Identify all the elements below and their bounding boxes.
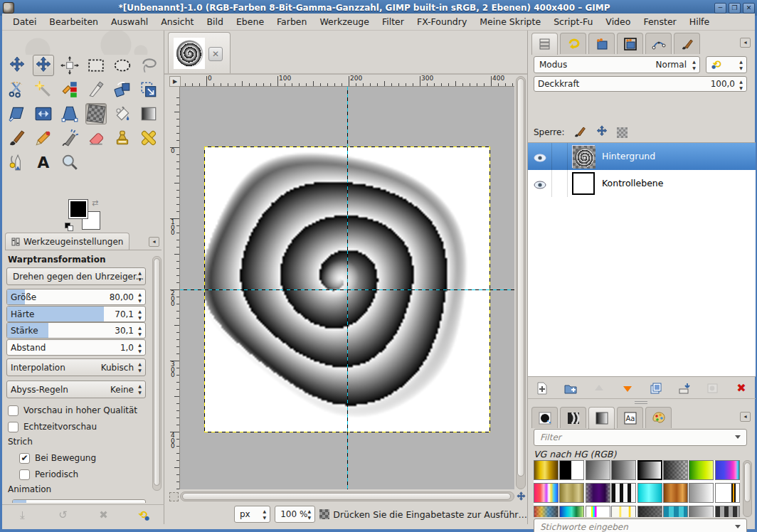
pan-view-icon[interactable]	[516, 491, 526, 502]
shear-tool[interactable]	[6, 103, 28, 124]
menu-werkzeuge[interactable]: Werkzeuge	[313, 14, 376, 29]
select-by-color-tool[interactable]	[59, 79, 80, 100]
minimize-button[interactable]: ─	[714, 3, 726, 14]
slider-gre[interactable]: Größe80,00▲▼	[6, 289, 146, 305]
horizontal-guide[interactable]	[180, 289, 514, 290]
checkbox-echtzeitvorschau[interactable]: Echtzeitvorschau	[8, 420, 97, 433]
scale-tool[interactable]	[138, 79, 159, 100]
menu-hilfe[interactable]: Hilfe	[683, 14, 716, 29]
gradient-scrollbar[interactable]	[743, 460, 752, 517]
checkbox-periodisch[interactable]: Periodisch	[19, 468, 78, 481]
combo-abyss-regeln[interactable]: Abyss-RegelnKeine▲▼	[6, 381, 146, 398]
gradient-swatch-5[interactable]	[637, 460, 662, 480]
move-tool-framed[interactable]	[33, 55, 54, 76]
menu-datei[interactable]: Datei	[6, 14, 43, 29]
gradient-swatch-9[interactable]	[534, 483, 559, 503]
text-tool[interactable]: A	[33, 151, 54, 173]
slider-bewegte-bilder[interactable]: Bewegte Bilder10▲▼	[12, 499, 146, 503]
pencil-tool[interactable]	[33, 127, 54, 149]
tab-vectors[interactable]	[645, 33, 672, 54]
tab-fonts[interactable]: Aa	[617, 407, 643, 428]
gradient-swatch-22[interactable]	[663, 506, 688, 517]
layer-opacity-slider[interactable]: Deckkraft 100,0 ▲▼	[534, 76, 747, 92]
slider-hrte[interactable]: Härte70,1▲▼	[6, 306, 146, 322]
menu-meine-skripte[interactable]: Meine Skripte	[473, 14, 547, 29]
ellipse-select-tool[interactable]	[112, 55, 133, 76]
gradient-swatch-15[interactable]	[689, 483, 714, 503]
close-button[interactable]: ✕	[743, 3, 755, 14]
gradient-swatch-20[interactable]	[611, 506, 636, 517]
slider-abstand[interactable]: Abstand1,0▲▼	[6, 339, 146, 356]
new-layer-group-button[interactable]	[559, 380, 583, 397]
reset-tool-options-button[interactable]: ⟲●	[132, 506, 157, 523]
vertical-ruler[interactable]: 0100200300400	[169, 87, 180, 489]
free-select-tool[interactable]	[138, 55, 159, 76]
layer-mode-select[interactable]: Modus Normal ▲▼	[534, 56, 700, 73]
tab-tool-options[interactable]: Werkzeugeinstellungen	[5, 233, 129, 250]
bucket-fill-tool[interactable]	[112, 103, 133, 124]
spinner-arrows[interactable]: ▲▼	[136, 361, 144, 373]
tab-brush[interactable]	[674, 33, 700, 54]
gradient-tool[interactable]	[138, 103, 159, 124]
unit-select[interactable]: px▲▼	[234, 506, 270, 523]
save-tool-preset-button[interactable]: ⤓	[11, 506, 35, 523]
slider-strke[interactable]: Stärke30,1▲▼	[6, 322, 146, 339]
gradients-dock-menu-button[interactable]: ◂	[740, 412, 751, 422]
vertical-scrollbar[interactable]	[516, 76, 526, 489]
gradient-swatch-23[interactable]	[689, 506, 714, 517]
layer-row-kontrollebene[interactable]: Kontrollebene	[528, 170, 756, 197]
gradient-filter-input[interactable]: Filter	[534, 429, 747, 446]
checkbox-bei-bewegung[interactable]: ✔Bei Bewegung	[19, 452, 96, 464]
tab-channels[interactable]	[588, 33, 615, 54]
scissors-select-tool[interactable]	[6, 79, 28, 100]
spinner-arrows[interactable]: ▲▼	[136, 324, 144, 337]
airbrush-tool[interactable]	[59, 127, 80, 149]
menu-ebene[interactable]: Ebene	[230, 14, 270, 29]
gradient-swatch-11[interactable]	[586, 483, 610, 503]
gradient-swatch-3[interactable]	[586, 460, 610, 480]
gradient-swatch-21[interactable]	[637, 506, 662, 517]
lower-layer-button[interactable]	[615, 380, 640, 397]
warp-behavior-select[interactable]: Drehen gegen den Uhrzeiger...▲▼	[6, 267, 146, 285]
tags-dropdown-icon[interactable]	[735, 525, 741, 528]
tab-undo-history[interactable]	[560, 33, 586, 54]
layer-row-hintergrund[interactable]: Hintergrund	[528, 143, 756, 170]
foreground-select-tool[interactable]	[85, 79, 107, 100]
tab-paths[interactable]	[617, 33, 643, 54]
layer-visibility-eye-icon[interactable]	[534, 151, 546, 165]
layer-mask-button[interactable]	[701, 380, 725, 397]
menu-auswahl[interactable]: Auswahl	[105, 14, 154, 29]
tab-gradients[interactable]	[588, 407, 615, 429]
spinner-arrows[interactable]: ▲▼	[136, 308, 144, 321]
menu-filter[interactable]: Filter	[376, 14, 411, 29]
tab-palettes[interactable]	[645, 407, 672, 428]
paintbrush-tool[interactable]	[6, 127, 28, 149]
duplicate-layer-button[interactable]	[644, 380, 668, 397]
gradient-swatch-10[interactable]	[559, 483, 584, 503]
checkbox-vorschau-in-hoher-qualität[interactable]: Vorschau in hoher Qualität	[8, 404, 137, 417]
tab-patterns[interactable]	[560, 407, 586, 428]
gradient-swatch-1[interactable]	[534, 460, 559, 480]
foreground-color-swatch[interactable]	[69, 200, 88, 218]
gradient-tags-input[interactable]: Stichworte eingeben	[534, 518, 747, 532]
spinner-arrows[interactable]: ▲▼	[136, 383, 144, 395]
restore-tool-preset-button[interactable]: ↺	[51, 506, 75, 523]
eraser-tool[interactable]	[85, 127, 107, 149]
delete-layer-button[interactable]: ✖	[729, 380, 753, 397]
tab-brushes[interactable]	[531, 407, 558, 428]
gradient-swatch-19[interactable]	[586, 506, 610, 517]
fuzzy-select-tool[interactable]	[33, 79, 54, 100]
menu-video[interactable]: Video	[599, 14, 637, 29]
perspective-tool[interactable]	[59, 103, 80, 124]
menu-farben[interactable]: Farben	[270, 14, 313, 29]
menu-bild[interactable]: Bild	[200, 14, 229, 29]
gradient-swatch-24[interactable]	[715, 506, 740, 517]
dock-splitter[interactable]	[528, 399, 756, 405]
menu-script-fu[interactable]: Script-Fu	[547, 14, 599, 29]
gradient-swatch-13[interactable]	[637, 483, 662, 503]
gradient-swatch-4[interactable]	[611, 460, 636, 480]
menu-fenster[interactable]: Fenster	[637, 14, 682, 29]
spinner-arrows[interactable]: ▲▼	[136, 501, 144, 503]
layer-visibility-eye-icon[interactable]	[534, 179, 546, 192]
default-colors-icon[interactable]	[65, 223, 73, 231]
